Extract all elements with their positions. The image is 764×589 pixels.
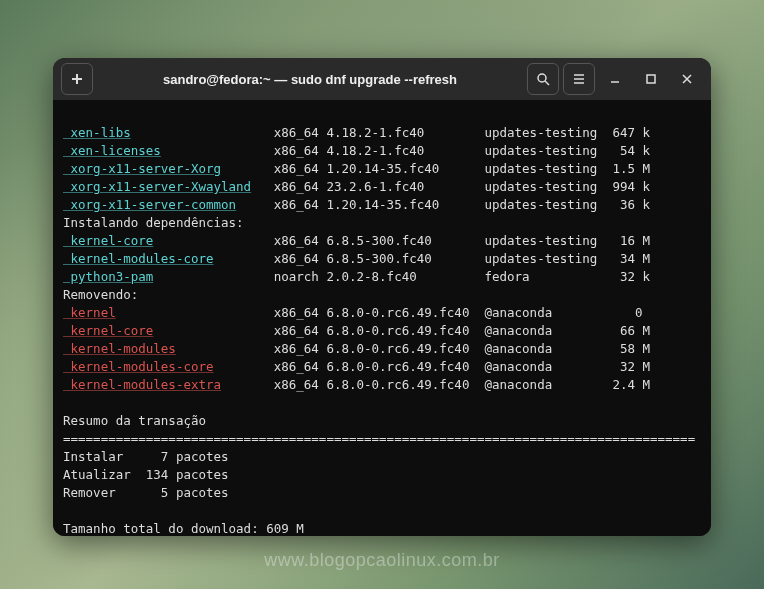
package-row: kernel-modules x86_64 6.8.0-0.rc6.49.fc4… — [63, 340, 701, 358]
package-row: xorg-x11-server-common x86_64 1.20.14-35… — [63, 196, 701, 214]
package-row: xen-licenses x86_64 4.18.2-1.fc40 update… — [63, 142, 701, 160]
section-header: Removendo: — [63, 286, 701, 304]
svg-rect-1 — [647, 75, 655, 83]
terminal-output[interactable]: xen-libs x86_64 4.18.2-1.fc40 updates-te… — [53, 100, 711, 536]
window-title: sandro@fedora:~ — sudo dnf upgrade --ref… — [97, 72, 523, 87]
close-icon — [679, 71, 695, 87]
section-header: Instalando dependências: — [63, 214, 701, 232]
package-row: xen-libs x86_64 4.18.2-1.fc40 updates-te… — [63, 124, 701, 142]
menu-button[interactable] — [563, 63, 595, 95]
search-icon — [535, 71, 551, 87]
divider: ========================================… — [63, 430, 701, 448]
package-row: kernel-modules-core x86_64 6.8.5-300.fc4… — [63, 250, 701, 268]
watermark: www.blogopcaolinux.com.br — [0, 550, 764, 571]
terminal-window: sandro@fedora:~ — sudo dnf upgrade --ref… — [53, 58, 711, 536]
plus-icon — [69, 71, 85, 87]
titlebar: sandro@fedora:~ — sudo dnf upgrade --ref… — [53, 58, 711, 100]
package-row: kernel-modules-core x86_64 6.8.0-0.rc6.4… — [63, 358, 701, 376]
summary-update: Atualizar 134 pacotes — [63, 466, 701, 484]
close-button[interactable] — [671, 63, 703, 95]
package-row: kernel-core x86_64 6.8.0-0.rc6.49.fc40 @… — [63, 322, 701, 340]
package-row: python3-pam noarch 2.0.2-8.fc40 fedora 3… — [63, 268, 701, 286]
package-row: kernel-core x86_64 6.8.5-300.fc40 update… — [63, 232, 701, 250]
svg-point-0 — [538, 74, 546, 82]
maximize-icon — [643, 71, 659, 87]
download-total: Tamanho total do download: 609 M — [63, 520, 701, 536]
package-row: kernel-modules-extra x86_64 6.8.0-0.rc6.… — [63, 376, 701, 394]
summary-title: Resumo da transação — [63, 412, 701, 430]
summary-remove: Remover 5 pacotes — [63, 484, 701, 502]
package-row: kernel x86_64 6.8.0-0.rc6.49.fc40 @anaco… — [63, 304, 701, 322]
minimize-icon — [607, 71, 623, 87]
package-row: xorg-x11-server-Xorg x86_64 1.20.14-35.f… — [63, 160, 701, 178]
maximize-button[interactable] — [635, 63, 667, 95]
search-button[interactable] — [527, 63, 559, 95]
hamburger-icon — [571, 71, 587, 87]
summary-install: Instalar 7 pacotes — [63, 448, 701, 466]
package-row: xorg-x11-server-Xwayland x86_64 23.2.6-1… — [63, 178, 701, 196]
new-tab-button[interactable] — [61, 63, 93, 95]
minimize-button[interactable] — [599, 63, 631, 95]
